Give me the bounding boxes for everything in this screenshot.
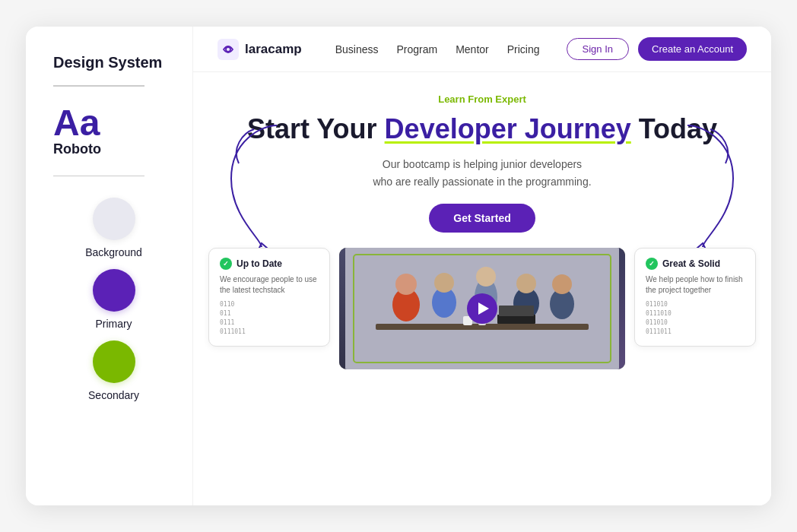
create-account-button[interactable]: Create an Account	[638, 37, 747, 61]
color-section: Background Primary Secondary	[53, 198, 174, 409]
code-line-1-2: 011010	[646, 318, 745, 328]
nav-actions: Sign In Create an Account	[567, 37, 747, 61]
info-card-0-label: Up to Date	[237, 258, 282, 269]
hero-desc-line1: Our bootcamp is helping junior developer…	[383, 158, 582, 170]
info-card-1-label: Great & Solid	[662, 258, 720, 269]
code-lines-1: 011010 0111010 011010 0111011	[646, 300, 745, 337]
color-item-secondary: Secondary	[53, 340, 174, 401]
play-icon	[478, 302, 489, 315]
left-panel: Design System Aa Roboto Background Prima…	[26, 27, 193, 505]
typography-font-name: Roboto	[53, 141, 174, 157]
nav-link-pricing[interactable]: Pricing	[507, 43, 540, 55]
svg-point-5	[395, 274, 417, 295]
code-line-0-0: 0110	[220, 300, 319, 309]
code-line-1-1: 0111010	[646, 309, 745, 318]
nav-link-mentor[interactable]: Mentor	[456, 43, 489, 55]
info-card-1-title: ✓ Great & Solid	[646, 258, 745, 270]
svg-point-9	[476, 267, 496, 287]
video-area[interactable]	[339, 248, 625, 369]
outer-wrapper: Design System Aa Roboto Background Prima…	[0, 0, 797, 532]
divider-1	[53, 85, 144, 87]
hero-title-highlight: Developer Journey	[385, 113, 631, 144]
hero-desc-line2: who are really passionate in the program…	[373, 176, 591, 188]
decorative-arrow-right	[672, 118, 748, 255]
info-card-0-title: ✓ Up to Date	[220, 258, 319, 270]
color-label-primary: Primary	[95, 318, 132, 330]
typography-sample: Aa	[53, 105, 174, 141]
logo-area: laracamp	[218, 39, 302, 60]
navbar: laracamp Business Program Mentor Pricing…	[193, 27, 771, 72]
code-line-1-0: 011010	[646, 300, 745, 309]
hero-title: Start Your Developer Journey Today	[247, 112, 717, 145]
check-icon-0: ✓	[220, 258, 232, 270]
decorative-arrow-left	[216, 118, 292, 255]
svg-point-11	[516, 274, 536, 293]
typography-section: Aa Roboto	[53, 105, 174, 163]
code-line-0-1: 011	[220, 309, 319, 318]
signin-button[interactable]: Sign In	[567, 38, 629, 60]
cards-row: ✓ Up to Date We encourage people to use …	[208, 248, 756, 369]
color-label-background: Background	[85, 246, 142, 258]
svg-rect-0	[218, 39, 239, 60]
svg-point-7	[434, 273, 454, 293]
color-label-secondary: Secondary	[88, 389, 139, 401]
logo-icon	[218, 39, 239, 60]
video-placeholder	[339, 248, 625, 369]
nav-link-business[interactable]: Business	[335, 43, 379, 55]
color-circle-background	[93, 198, 135, 240]
play-button[interactable]	[467, 293, 497, 324]
info-card-0: ✓ Up to Date We encourage people to use …	[208, 248, 330, 347]
svg-rect-15	[499, 306, 534, 316]
get-started-button[interactable]: Get Started	[429, 204, 535, 233]
nav-link-program[interactable]: Program	[396, 43, 437, 55]
divider-2	[53, 176, 144, 177]
hero-subtitle: Learn From Expert	[438, 93, 526, 105]
design-system-title: Design System	[53, 54, 174, 71]
info-card-1: ✓ Great & Solid We help people how to fi…	[634, 248, 756, 347]
right-panel: laracamp Business Program Mentor Pricing…	[193, 27, 771, 505]
code-line-0-2: 0111	[220, 318, 319, 328]
hero-description: Our bootcamp is helping junior developer…	[373, 156, 591, 190]
code-line-0-3: 0111011	[220, 328, 319, 337]
color-circle-primary	[93, 269, 135, 312]
color-item-primary: Primary	[53, 269, 174, 330]
color-item-background: Background	[53, 198, 174, 258]
nav-links: Business Program Mentor Pricing	[335, 43, 551, 55]
code-lines-0: 0110 011 0111 0111011	[220, 300, 319, 337]
code-line-1-3: 0111011	[646, 328, 745, 337]
color-circle-secondary	[93, 340, 135, 383]
info-card-1-text: We help people how to finish the project…	[646, 274, 745, 296]
check-icon-1: ✓	[646, 258, 658, 270]
main-card: Design System Aa Roboto Background Prima…	[26, 27, 771, 505]
info-card-0-text: We encourage people to use the latest te…	[220, 274, 319, 296]
svg-point-13	[552, 274, 572, 294]
logo-text: laracamp	[245, 42, 302, 57]
hero-section: Learn From Expert Start Your Developer J…	[193, 72, 771, 505]
